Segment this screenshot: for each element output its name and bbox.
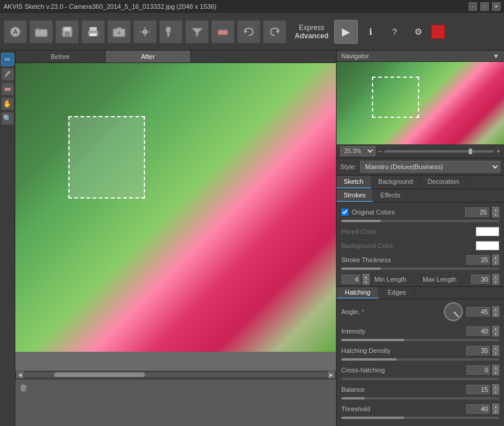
zoom-slider-thumb[interactable]	[469, 148, 472, 154]
zoom-select[interactable]: 25.3%	[340, 146, 375, 156]
balance-value[interactable]	[466, 385, 490, 394]
tool-filter[interactable]	[185, 20, 209, 44]
close-app-button[interactable]	[431, 25, 445, 39]
cross-hatching-slider[interactable]	[341, 378, 499, 380]
help-button[interactable]: ?	[384, 21, 405, 42]
threshold-slider[interactable]	[341, 417, 499, 419]
background-color-swatch[interactable]	[476, 241, 499, 250]
hatching-density-down[interactable]: ▼	[492, 351, 499, 356]
pencil-color-swatch[interactable]	[476, 227, 499, 236]
before-tab[interactable]: Before	[15, 51, 106, 62]
pencil-color-label: Pencil Color	[341, 228, 473, 235]
zoom-in-icon[interactable]: +	[496, 147, 500, 156]
cross-hatching-value[interactable]	[466, 365, 490, 375]
toolbar: A Express Advanced ▶ ℹ ? ⚙	[0, 13, 504, 51]
stroke-thickness-down[interactable]: ▼	[492, 260, 499, 265]
stroke-thickness-value[interactable]	[466, 255, 490, 265]
stroke-thickness-up[interactable]: ▲	[492, 255, 499, 260]
stroke-thickness-fill	[341, 268, 381, 270]
tab-strokes[interactable]: Strokes	[337, 189, 373, 202]
hatching-density-value[interactable]	[466, 346, 490, 355]
scroll-left-button[interactable]: ◀	[17, 371, 24, 378]
max-length-up[interactable]: ▲	[492, 274, 499, 279]
hatching-density-up[interactable]: ▲	[492, 345, 499, 351]
tool-undo[interactable]	[237, 20, 261, 44]
info-button[interactable]: ℹ	[360, 21, 381, 42]
brush-tool[interactable]	[1, 68, 14, 81]
angle-down[interactable]: ▼	[492, 312, 499, 317]
stroke-thickness-slider[interactable]	[341, 268, 499, 270]
preferences-button[interactable]: ⚙	[407, 21, 429, 42]
angle-value[interactable]	[466, 307, 490, 316]
zoom-tool[interactable]: 🔍	[1, 112, 14, 125]
original-colors-slider[interactable]	[341, 220, 499, 222]
run-button[interactable]: ▶	[334, 20, 358, 44]
scroll-thumb-h[interactable]	[54, 372, 146, 377]
pencil-tool[interactable]: ✏	[1, 53, 14, 66]
angle-row: Angle, ° ▲ ▼	[337, 299, 504, 324]
tool-print[interactable]	[81, 20, 105, 44]
tool-brush[interactable]	[159, 20, 183, 44]
min-length-down[interactable]: ▼	[363, 279, 370, 285]
threshold-value[interactable]	[466, 404, 490, 414]
tool-save[interactable]	[55, 20, 79, 44]
hatching-density-spinners: ▲ ▼	[492, 345, 499, 356]
advanced-label: Advanced	[295, 32, 328, 40]
svg-marker-17	[245, 29, 248, 34]
tab-decoration[interactable]: Decoration	[420, 176, 466, 189]
intensity-value[interactable]	[466, 326, 490, 336]
angle-dial[interactable]	[443, 301, 464, 322]
close-button[interactable]: ✕	[492, 2, 500, 11]
hand-tool[interactable]: ✋	[1, 97, 14, 110]
balance-down[interactable]: ▼	[492, 389, 499, 395]
tab-sketch[interactable]: Sketch	[337, 176, 371, 189]
original-colors-fill	[341, 220, 381, 222]
min-length-up[interactable]: ▲	[363, 274, 370, 279]
tab-edges[interactable]: Edges	[379, 287, 414, 299]
zoom-slider[interactable]	[384, 150, 494, 153]
threshold-up[interactable]: ▲	[492, 404, 499, 409]
angle-up[interactable]: ▲	[492, 306, 499, 312]
scroll-track-h[interactable]	[24, 372, 328, 377]
tool-open[interactable]	[29, 20, 53, 44]
canvas-scroll[interactable]	[15, 63, 336, 371]
after-tab[interactable]: After	[106, 51, 190, 62]
zoom-out-icon[interactable]: −	[378, 147, 382, 156]
original-colors-down[interactable]: ▼	[492, 212, 499, 217]
threshold-down[interactable]: ▼	[492, 409, 499, 414]
max-length-value[interactable]	[471, 275, 490, 284]
intensity-up[interactable]: ▲	[492, 326, 499, 331]
original-colors-checkbox[interactable]	[341, 209, 348, 216]
intensity-slider[interactable]	[341, 339, 499, 341]
original-colors-up[interactable]: ▲	[492, 207, 499, 212]
minimize-button[interactable]: −	[469, 2, 477, 11]
tab-background[interactable]: Background	[371, 176, 421, 189]
eraser-tool[interactable]	[1, 82, 14, 95]
tab-hatching[interactable]: Hatching	[337, 287, 379, 299]
trash-icon[interactable]: 🗑	[18, 382, 29, 394]
cross-hatching-down[interactable]: ▼	[492, 370, 499, 375]
original-colors-slider-row	[337, 219, 504, 224]
navigator-arrow[interactable]: ▼	[493, 52, 499, 60]
tab-effects[interactable]: Effects	[373, 189, 407, 202]
min-length-value[interactable]	[341, 275, 360, 284]
hatching-density-slider[interactable]	[341, 358, 499, 361]
tool-camera[interactable]	[107, 20, 131, 44]
intensity-label: Intensity	[341, 328, 464, 335]
cross-hatching-up[interactable]: ▲	[492, 365, 499, 370]
tool-redo[interactable]	[263, 20, 286, 44]
balance-row: Balance ▲ ▼	[337, 382, 504, 397]
tool-settings[interactable]	[133, 20, 157, 44]
maximize-button[interactable]: □	[480, 2, 489, 11]
balance-up[interactable]: ▲	[492, 384, 499, 389]
svg-rect-5	[65, 32, 70, 37]
max-length-down[interactable]: ▼	[492, 279, 499, 285]
scroll-right-button[interactable]: ▶	[328, 371, 335, 378]
balance-slider[interactable]	[341, 397, 499, 399]
canvas-image	[15, 63, 336, 352]
tool-new[interactable]: A	[4, 20, 27, 44]
original-colors-value[interactable]	[465, 207, 489, 217]
intensity-down[interactable]: ▼	[492, 331, 499, 336]
style-select[interactable]: Maestro (Deluxe|Business)	[360, 161, 500, 173]
tool-eraser[interactable]	[211, 20, 235, 44]
